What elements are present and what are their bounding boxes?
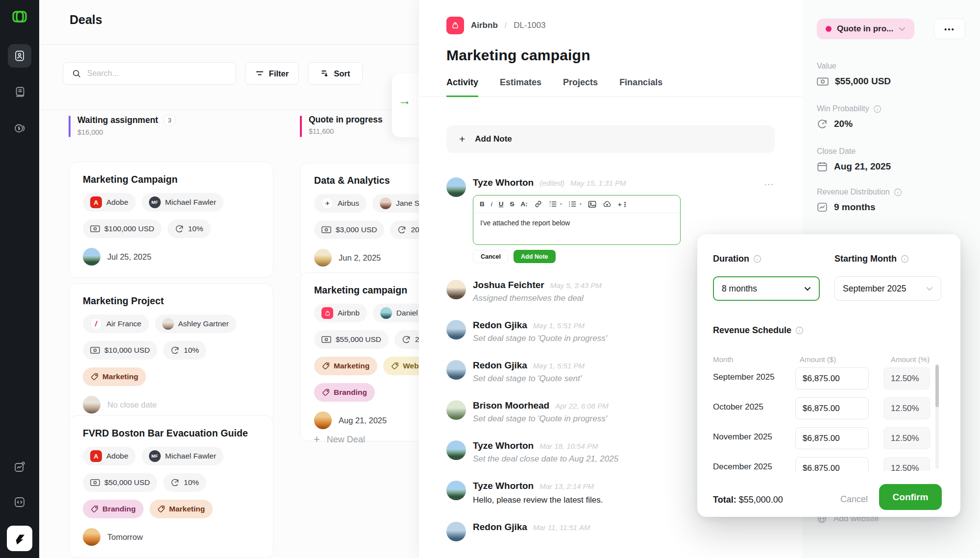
deal-card-fvrd-guide[interactable]: FVRD Boston Bar Evacuation Guide AAdobe … xyxy=(69,415,273,558)
tag-marketing[interactable]: Marketing xyxy=(149,500,213,518)
expand-panel-button[interactable]: → xyxy=(392,73,420,137)
schedule-row: November 2025 12.50% xyxy=(697,424,960,454)
avatar xyxy=(446,440,466,460)
chevron-down-icon[interactable]: ▾ xyxy=(560,202,562,206)
bullet-list-icon[interactable] xyxy=(568,200,577,208)
cloud-upload-icon[interactable] xyxy=(603,200,612,208)
duration-label: Duration xyxy=(713,254,761,264)
more-options-button[interactable]: ••• xyxy=(934,19,965,39)
new-deal-button[interactable]: + New Deal xyxy=(314,433,365,446)
strikethrough-icon[interactable]: S xyxy=(510,200,514,208)
app-logo-icon xyxy=(10,7,29,26)
scrollbar-thumb[interactable] xyxy=(935,365,939,407)
submit-note-button[interactable]: Add Note xyxy=(514,250,556,263)
tab-activity[interactable]: Activity xyxy=(446,77,478,97)
value-pill[interactable]: $50,000 USD xyxy=(83,473,157,492)
sort-button[interactable]: Sort xyxy=(308,62,363,85)
modal-cancel-button[interactable]: Cancel xyxy=(840,494,868,505)
tag-marketing[interactable]: Marketing xyxy=(314,357,377,375)
company-pill[interactable]: AAdobe xyxy=(83,447,136,465)
underline-icon[interactable]: U xyxy=(499,200,504,208)
bold-icon[interactable]: B xyxy=(480,200,485,208)
row-amount-input[interactable] xyxy=(795,457,869,471)
probability-pill[interactable]: 10% xyxy=(163,473,206,492)
probability-pill[interactable]: 10% xyxy=(168,219,211,238)
company-pill[interactable]: ✈Airbus xyxy=(314,194,367,213)
value-field[interactable]: $55,000 USD xyxy=(817,76,965,87)
sidebar-item-notes[interactable] xyxy=(8,80,31,104)
sidebar-item-deals[interactable] xyxy=(8,117,31,140)
row-amount-input[interactable] xyxy=(795,367,869,389)
owner-pill[interactable]: Ashley Gartner xyxy=(155,315,236,333)
sidebar-item-contacts[interactable] xyxy=(8,44,31,68)
tab-projects[interactable]: Projects xyxy=(563,77,598,97)
value-pill[interactable]: $3,000 USD xyxy=(314,220,384,239)
duration-select[interactable]: 8 months xyxy=(713,276,820,301)
note-editor-text[interactable]: I've attached the report below xyxy=(473,213,680,244)
workspace-logo-icon[interactable] xyxy=(7,526,32,551)
company-pill[interactable]: Airbnb xyxy=(314,304,367,322)
close-date-field[interactable]: Aug 21, 2025 xyxy=(817,161,965,172)
win-probability-field[interactable]: 20% xyxy=(817,119,965,129)
schedule-row: December 2025 12.50% xyxy=(697,454,960,471)
deal-card-marketing-project[interactable]: Marketing Project /Air France Ashley Gar… xyxy=(69,283,273,426)
starting-month-label: Starting Month xyxy=(834,254,909,264)
more-insert-icon[interactable]: +⋮ xyxy=(618,200,628,208)
breadcrumb-company[interactable]: Airbnb xyxy=(471,21,498,30)
value-pill[interactable]: $10,000 USD xyxy=(83,341,157,360)
detail-tabs: Activity Estimates Projects Financials xyxy=(419,77,802,97)
value-pill[interactable]: $55,000 USD xyxy=(314,330,389,349)
starting-month-select[interactable]: September 2025 xyxy=(834,276,941,301)
deal-detail-title: Marketing campaign xyxy=(446,47,775,64)
column-header-waiting-assignment[interactable]: Waiting assignment 3 $16,000 xyxy=(69,115,175,137)
feed-time: Mar 11, 11:51 AM xyxy=(533,523,590,532)
starting-month-value: September 2025 xyxy=(843,284,906,294)
row-amount-input[interactable] xyxy=(795,427,869,449)
column-header-quote-in-progress[interactable]: Quote in progress $11,600 xyxy=(300,115,383,137)
tag-marketing[interactable]: Marketing xyxy=(83,367,146,386)
tag-branding[interactable]: Branding xyxy=(314,383,375,402)
owner-pill[interactable]: MFMichael Fawler xyxy=(142,447,223,465)
probability-pill[interactable]: 10% xyxy=(163,341,206,360)
filter-button[interactable]: Filter xyxy=(245,62,299,85)
new-deal-label: New Deal xyxy=(327,435,365,445)
note-editor[interactable]: B i U S A: ▾ ▾ +⋮ xyxy=(473,195,681,245)
tab-estimates[interactable]: Estimates xyxy=(500,77,541,97)
company-pill[interactable]: /Air France xyxy=(83,315,149,333)
value-pill[interactable]: $100,000 USD xyxy=(83,219,162,238)
assignee-avatar xyxy=(83,528,100,546)
tag-label: Marketing xyxy=(169,505,205,513)
text-style-icon[interactable]: A: xyxy=(521,200,528,208)
deal-stage-select[interactable]: Quote in pro... xyxy=(817,19,914,39)
plus-icon: + xyxy=(314,433,320,446)
column-name: Quote in progress xyxy=(309,115,383,125)
sidebar-item-developer[interactable] xyxy=(8,490,31,514)
search-icon xyxy=(72,69,81,78)
ordered-list-icon[interactable] xyxy=(549,200,557,208)
link-icon[interactable] xyxy=(534,200,542,208)
cancel-note-button[interactable]: Cancel xyxy=(473,250,509,263)
tab-financials[interactable]: Financials xyxy=(619,77,662,97)
image-icon[interactable] xyxy=(588,200,596,208)
win-probability: 10% xyxy=(184,478,199,487)
italic-icon[interactable]: i xyxy=(491,200,492,208)
chevron-down-icon[interactable]: ▾ xyxy=(580,202,582,206)
modal-confirm-button[interactable]: Confirm xyxy=(879,484,942,510)
deal-card-marketing-campaign[interactable]: Marketing Campaign AAdobe MFMichael Fawl… xyxy=(69,162,273,278)
company-pill[interactable]: AAdobe xyxy=(83,193,136,212)
schedule-row: October 2025 12.50% xyxy=(697,394,960,424)
row-percent: 12.50% xyxy=(883,367,930,389)
search-input[interactable]: Search... xyxy=(63,62,236,85)
feed-time: Mar 13, 2:14 PM xyxy=(539,482,594,490)
owner-pill[interactable]: MFMichael Fawler xyxy=(142,193,223,212)
add-note-button[interactable]: + Add Note xyxy=(446,125,775,153)
page-title: Deals xyxy=(70,13,102,27)
row-amount-input[interactable] xyxy=(795,397,869,419)
tag-branding[interactable]: Branding xyxy=(83,500,144,518)
column-count-badge: 3 xyxy=(164,115,175,126)
sidebar-item-analytics[interactable] xyxy=(8,455,31,479)
revenue-distribution-field[interactable]: 9 months xyxy=(817,202,965,213)
owner-avatar xyxy=(380,307,392,319)
filter-icon xyxy=(255,70,264,77)
entry-menu-icon[interactable]: ⋯ xyxy=(764,178,775,190)
